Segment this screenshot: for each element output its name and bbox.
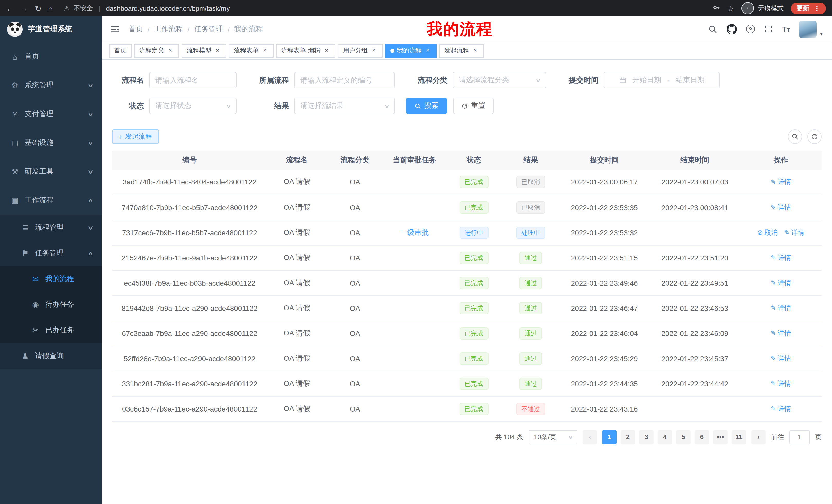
detail-link[interactable]: ✎详情: [771, 253, 791, 262]
browser-home-icon[interactable]: ⌂: [48, 4, 53, 12]
tab-流程表单-编辑[interactable]: 流程表单-编辑×: [276, 44, 335, 57]
kebab-menu-icon[interactable]: ⋮: [813, 4, 820, 12]
sidebar-item-workflow[interactable]: ▣工作流程∧: [0, 186, 102, 215]
detail-link[interactable]: ✎详情: [771, 303, 791, 313]
page-button-5[interactable]: 5: [676, 430, 691, 444]
reload-icon[interactable]: ↻: [35, 4, 42, 12]
page-button-2[interactable]: 2: [621, 430, 635, 444]
refresh-table-button[interactable]: [807, 130, 822, 144]
update-button[interactable]: 更新 ⋮: [791, 2, 826, 14]
detail-link[interactable]: ✎详情: [771, 329, 791, 338]
tab-发起流程[interactable]: 发起流程×: [439, 44, 484, 57]
page-button-3[interactable]: 3: [639, 430, 654, 444]
detail-link[interactable]: ✎详情: [771, 278, 791, 287]
category-select[interactable]: 请选择流程分类 ∨: [452, 72, 546, 88]
cell-current-task: [383, 296, 445, 320]
action-label: 详情: [778, 329, 791, 338]
cell-id: 52ffd28e-7b9a-11ec-a290-acde48001122: [112, 346, 267, 371]
toggle-search-button[interactable]: [788, 130, 802, 144]
sidebar-item-task-manage[interactable]: ⚑任务管理∧: [0, 241, 102, 266]
close-icon[interactable]: ×: [261, 47, 268, 54]
close-icon[interactable]: ×: [370, 47, 378, 54]
close-icon[interactable]: ×: [166, 47, 174, 54]
table-toolbar: + 发起流程: [112, 130, 822, 144]
table-row: ec45f38f-7b9a-11ec-b03b-acde48001122OA 请…: [112, 270, 822, 296]
detail-link[interactable]: ✎详情: [771, 177, 791, 187]
cell-actions: ✎详情: [740, 396, 822, 421]
reset-button[interactable]: 重置: [453, 97, 494, 114]
key-icon[interactable]: [712, 4, 720, 12]
goto-page-input[interactable]: [789, 430, 810, 444]
detail-link[interactable]: ✎详情: [771, 404, 791, 413]
process-name-input[interactable]: [149, 72, 237, 88]
sidebar-item-process-manage[interactable]: ≣流程管理∨: [0, 215, 102, 241]
address-bar[interactable]: ⚠ 不安全 | dashboard.yudao.iocoder.cn/bpm/t…: [63, 4, 706, 12]
chrome-right-cluster: ☆ 无痕模式 更新 ⋮: [712, 2, 826, 15]
search-icon[interactable]: [708, 24, 717, 34]
security-label[interactable]: 不安全: [74, 4, 93, 12]
parent-process-input[interactable]: [294, 72, 395, 88]
search-button[interactable]: 搜索: [406, 97, 447, 114]
status-select[interactable]: 请选择状态 ∨: [149, 97, 237, 114]
sidebar-item-home[interactable]: ⌂首页: [0, 42, 102, 71]
tab-我的流程[interactable]: 我的流程×: [385, 44, 437, 57]
create-process-label: 发起流程: [125, 132, 152, 141]
page-size-select[interactable]: 10条/页 ∨: [529, 430, 577, 444]
close-icon[interactable]: ×: [323, 47, 330, 54]
status-badge: 已完成: [460, 201, 488, 214]
bookmark-star-icon[interactable]: ☆: [727, 4, 734, 12]
next-page-button[interactable]: ›: [751, 430, 766, 444]
sidebar-item-payment-manage[interactable]: ¥支付管理∨: [0, 100, 102, 129]
help-icon[interactable]: ?: [746, 25, 755, 33]
breadcrumb-item[interactable]: 首页: [129, 24, 143, 34]
sidebar-item-todo-task[interactable]: ◉待办任务: [0, 292, 102, 317]
close-icon[interactable]: ×: [471, 47, 479, 54]
tab-首页[interactable]: 首页: [109, 44, 132, 57]
cell-end-time: [649, 220, 740, 245]
forward-icon[interactable]: →: [21, 4, 28, 12]
back-icon[interactable]: ←: [6, 4, 14, 12]
tab-流程定义[interactable]: 流程定义×: [134, 44, 179, 57]
prev-page-button[interactable]: ‹: [582, 430, 597, 444]
detail-link[interactable]: ✎详情: [771, 203, 791, 212]
detail-link[interactable]: ✎详情: [771, 379, 791, 388]
submit-time-range-picker[interactable]: 开始日期 - 结束日期: [604, 72, 720, 88]
detail-link[interactable]: ✎详情: [771, 354, 791, 363]
tab-流程模型[interactable]: 流程模型×: [182, 44, 226, 57]
github-icon[interactable]: [727, 24, 737, 34]
incognito-indicator[interactable]: 无痕模式: [742, 2, 784, 15]
sidebar-item-dev-tools[interactable]: ⚒研发工具∨: [0, 157, 102, 186]
avatar[interactable]: [799, 20, 816, 38]
sidebar-item-system-manage[interactable]: ⚙系统管理∨: [0, 71, 102, 100]
sidebar-logo-row[interactable]: 芋道管理系统: [0, 17, 102, 42]
cell-result: 不通过: [502, 396, 559, 421]
tab-用户分组[interactable]: 用户分组×: [338, 44, 383, 57]
sidebar-item-leave-query[interactable]: ♟请假查询: [0, 343, 102, 369]
sidebar-item-infrastructure[interactable]: ▤基础设施∨: [0, 129, 102, 157]
close-icon[interactable]: ×: [424, 47, 432, 54]
page-button-4[interactable]: 4: [658, 430, 672, 444]
cancel-link[interactable]: ⊘取消: [757, 228, 778, 237]
page-button-11[interactable]: 11: [732, 430, 746, 444]
current-task-link[interactable]: 一级审批: [400, 228, 429, 236]
tab-流程表单[interactable]: 流程表单×: [229, 44, 274, 57]
page-button-6[interactable]: 6: [695, 430, 709, 444]
sidebar-item-my-process[interactable]: ✉我的流程: [0, 266, 102, 292]
sidebar-item-done-task[interactable]: ✂已办任务: [0, 317, 102, 343]
fullscreen-icon[interactable]: [764, 25, 773, 33]
sidebar-toggle-icon[interactable]: [110, 24, 120, 34]
detail-link[interactable]: ✎详情: [784, 228, 805, 237]
create-process-button[interactable]: + 发起流程: [112, 130, 159, 144]
cell-end-time: 2022-01-22 23:46:53: [649, 296, 740, 320]
close-icon[interactable]: ×: [214, 47, 221, 54]
page-ellipsis[interactable]: •••: [713, 430, 728, 444]
url-text[interactable]: dashboard.yudao.iocoder.cn/bpm/task/my: [106, 4, 230, 12]
page-button-1[interactable]: 1: [602, 430, 617, 444]
user-menu[interactable]: ▼: [799, 20, 824, 38]
font-size-icon[interactable]: TT: [782, 25, 790, 33]
breadcrumb-item[interactable]: 任务管理: [194, 24, 223, 34]
table-row: 7317cec6-7b9b-11ec-b5b7-acde48001122OA 请…: [112, 220, 822, 245]
result-select[interactable]: 请选择流结果 ∨: [294, 97, 395, 114]
breadcrumb-item[interactable]: 工作流程: [154, 24, 183, 34]
cell-process-name: OA 请假: [267, 170, 327, 195]
